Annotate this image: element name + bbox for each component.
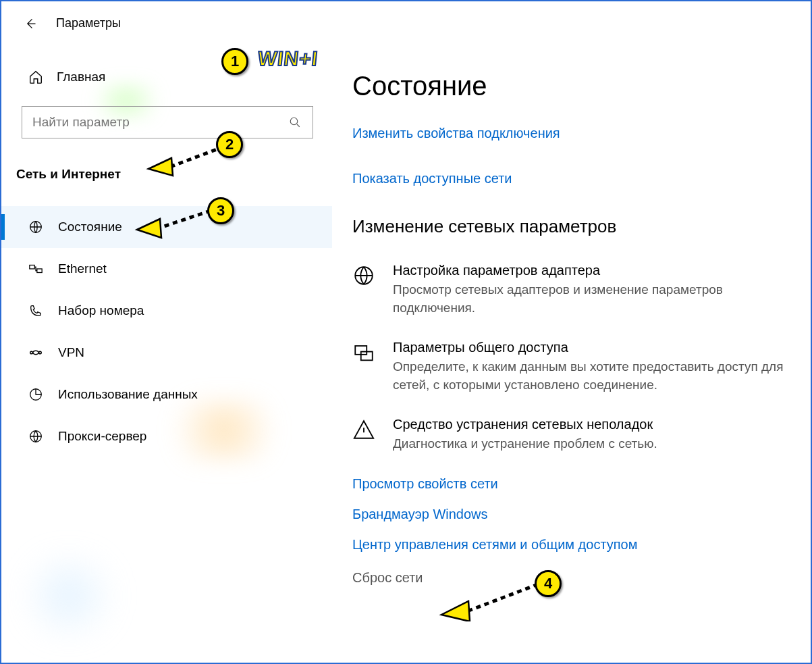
search-input-container[interactable] [22,106,313,138]
phone-icon [28,303,43,318]
sharing-icon [352,341,377,365]
option-desc: Диагностика и устранение проблем с сетью… [393,435,657,453]
annotation-badge-1: 1 [221,48,248,75]
sidebar-item-label: Прокси-сервер [58,429,146,444]
annotation-winkey-label: WIN+I [256,47,319,70]
search-icon [288,115,302,130]
sidebar-home-label: Главная [57,70,105,84]
sidebar-item-data-usage[interactable]: Использование данных [1,374,332,415]
sidebar-item-label: Набор номера [58,303,144,318]
sidebar-item-ethernet[interactable]: Ethernet [1,248,332,290]
sidebar-item-vpn[interactable]: VPN [1,332,332,374]
back-button[interactable] [24,17,37,30]
link-windows-firewall[interactable]: Брандмауэр Windows [352,507,790,522]
svg-marker-11 [148,158,173,176]
home-icon [28,70,43,84]
link-change-connection-props[interactable]: Изменить свойства подключения [352,126,790,141]
sidebar-item-label: Состояние [58,220,122,234]
vpn-icon [28,345,43,360]
svg-point-4 [30,351,33,354]
sidebar-item-dialup[interactable]: Набор номера [1,290,332,332]
annotation-badge-2: 2 [216,131,243,158]
warning-icon [352,418,377,442]
option-sharing-settings[interactable]: Параметры общего доступа Определите, к к… [352,340,790,394]
svg-marker-12 [137,219,161,238]
adapter-icon [352,264,377,288]
globe-icon [28,220,43,234]
sidebar-item-label: VPN [58,345,84,360]
sidebar-home[interactable]: Главная [1,70,332,84]
option-title: Настройка параметров адаптера [393,263,790,278]
option-title: Средство устранения сетевых неполадок [393,417,657,432]
search-input[interactable] [32,115,275,130]
annotation-badge-4: 4 [535,570,562,597]
option-desc: Просмотр сетевых адаптеров и изменение п… [393,281,790,317]
svg-point-5 [39,351,42,354]
option-troubleshoot[interactable]: Средство устранения сетевых неполадок Ди… [352,417,790,453]
subheading-change-settings: Изменение сетевых параметров [352,216,790,237]
proxy-icon [28,429,43,444]
annotation-badge-3: 3 [207,197,234,224]
svg-point-0 [290,118,298,125]
option-desc: Определите, к каким данным вы хотите пре… [393,358,790,394]
data-usage-icon [28,387,43,402]
sidebar-item-proxy[interactable]: Прокси-сервер [1,415,332,457]
sidebar-item-label: Использование данных [58,387,198,402]
link-network-sharing-center[interactable]: Центр управления сетями и общим доступом [352,537,790,553]
sidebar-item-label: Ethernet [58,261,107,276]
svg-rect-2 [30,265,34,270]
option-adapter-settings[interactable]: Настройка параметров адаптера Просмотр с… [352,263,790,317]
page-title: Состояние [352,71,790,101]
annotation-arrow-4 [433,581,548,621]
window-title: Параметры [56,16,121,30]
link-show-available-networks[interactable]: Показать доступные сети [352,171,790,186]
ethernet-icon [28,261,43,276]
link-network-reset[interactable]: Сброс сети [352,570,790,586]
svg-rect-3 [37,269,42,273]
link-view-network-props[interactable]: Просмотр свойств сети [352,476,790,492]
option-title: Параметры общего доступа [393,340,790,355]
svg-marker-13 [441,601,470,621]
